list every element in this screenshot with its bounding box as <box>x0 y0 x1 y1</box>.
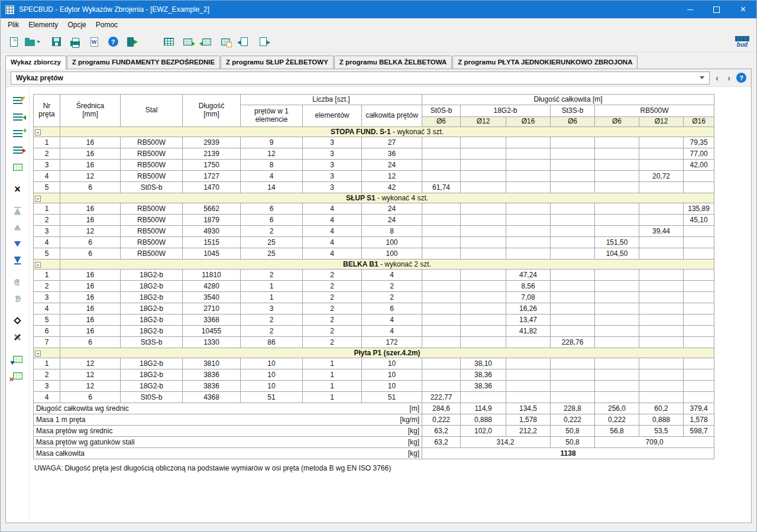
table-cell[interactable]: 228,76 <box>551 337 595 348</box>
export-table-button[interactable] <box>9 352 26 366</box>
table-cell[interactable] <box>461 203 506 215</box>
table-cell[interactable]: 4 <box>34 392 60 403</box>
table-cell[interactable] <box>551 160 595 171</box>
table-cell[interactable]: 2 <box>34 215 60 226</box>
table-cell[interactable]: 3 <box>241 303 303 314</box>
table-cell[interactable] <box>422 381 461 392</box>
table-cell[interactable]: 77,00 <box>684 148 714 160</box>
close-button[interactable] <box>730 1 756 18</box>
table-cell[interactable] <box>595 358 639 369</box>
table-cell[interactable] <box>461 237 506 248</box>
collapse-icon[interactable] <box>35 351 41 356</box>
table-cell[interactable]: 5 <box>34 248 60 259</box>
table-cell[interactable] <box>595 270 639 281</box>
move-bottom-button[interactable] <box>9 254 26 267</box>
table-cell[interactable]: 2 <box>34 281 60 292</box>
table-cell[interactable]: 8 <box>362 226 422 237</box>
table-cell[interactable]: 1 <box>241 281 303 292</box>
add-position-button[interactable] <box>9 127 26 141</box>
table-cell[interactable]: 4 <box>362 326 422 337</box>
table-cell[interactable]: 3 <box>34 226 60 237</box>
table-cell[interactable]: 7 <box>34 337 60 348</box>
table-cell[interactable]: 10 <box>362 358 422 369</box>
table-cell[interactable] <box>506 182 551 193</box>
table-cell[interactable] <box>595 326 639 337</box>
table-cell[interactable] <box>461 148 506 160</box>
edit-position-button[interactable] <box>9 94 26 108</box>
table-cell[interactable]: 4 <box>303 237 362 248</box>
table-cell[interactable] <box>684 226 714 237</box>
table-cell[interactable]: 2 <box>241 326 303 337</box>
table-cell[interactable]: 86 <box>241 337 303 348</box>
table-cell[interactable]: 1 <box>303 358 362 369</box>
table-cell[interactable]: 1 <box>34 358 60 369</box>
table-cell[interactable]: 1 <box>34 270 60 281</box>
table-cell[interactable] <box>506 369 551 381</box>
insert-position-button[interactable] <box>9 111 26 124</box>
table-cell[interactable]: RB500W <box>121 237 183 248</box>
table-cell[interactable]: 4 <box>362 314 422 326</box>
table-cell[interactable] <box>639 148 684 160</box>
table-cell[interactable] <box>422 303 461 314</box>
table-cell[interactable]: 18G2-b <box>121 381 183 392</box>
table-cell[interactable] <box>595 203 639 215</box>
remove-element-button[interactable] <box>198 34 215 50</box>
table-cell[interactable] <box>639 160 684 171</box>
table-cell[interactable]: 4 <box>34 237 60 248</box>
table-cell[interactable]: 4 <box>34 303 60 314</box>
table-cell[interactable]: 2 <box>303 303 362 314</box>
table-cell[interactable] <box>639 326 684 337</box>
table-cell[interactable]: 38,36 <box>461 369 506 381</box>
move-down-button[interactable] <box>9 237 26 251</box>
table-cell[interactable]: 41,82 <box>506 326 551 337</box>
table-cell[interactable] <box>461 160 506 171</box>
table-cell[interactable]: 4930 <box>183 226 241 237</box>
table-cell[interactable] <box>422 314 461 326</box>
table-cell[interactable]: 16 <box>60 203 121 215</box>
table-cell[interactable] <box>551 303 595 314</box>
table-cell[interactable] <box>506 358 551 369</box>
table-cell[interactable] <box>506 203 551 215</box>
table-cell[interactable]: 10 <box>362 381 422 392</box>
table-cell[interactable]: 2 <box>241 314 303 326</box>
table-cell[interactable] <box>595 292 639 303</box>
table-cell[interactable]: 4 <box>303 203 362 215</box>
table-cell[interactable] <box>461 314 506 326</box>
table-cell[interactable] <box>422 281 461 292</box>
table-cell[interactable] <box>422 171 461 182</box>
redo-button[interactable] <box>9 292 26 306</box>
table-cell[interactable]: 1 <box>303 369 362 381</box>
table-cell[interactable]: 25 <box>241 237 303 248</box>
table-cell[interactable] <box>595 392 639 403</box>
table-cell[interactable] <box>684 248 714 259</box>
table-cell[interactable]: 3368 <box>183 314 241 326</box>
table-cell[interactable]: 51 <box>241 392 303 403</box>
table-cell[interactable]: 1750 <box>183 160 241 171</box>
table-cell[interactable]: 6 <box>60 248 121 259</box>
table-cell[interactable] <box>551 326 595 337</box>
table-cell[interactable] <box>461 392 506 403</box>
table-cell[interactable]: 12 <box>60 226 121 237</box>
table-cell[interactable]: 18G2-b <box>121 270 183 281</box>
table-cell[interactable]: 16 <box>60 303 121 314</box>
table-cell[interactable]: 7,08 <box>506 292 551 303</box>
collapse-icon[interactable] <box>35 129 41 135</box>
table-cell[interactable]: RB500W <box>121 137 183 148</box>
table-cell[interactable] <box>595 182 639 193</box>
table-cell[interactable]: 79,35 <box>684 137 714 148</box>
table-cell[interactable] <box>551 381 595 392</box>
table-cell[interactable]: 4 <box>303 226 362 237</box>
table-cell[interactable] <box>422 292 461 303</box>
table-cell[interactable]: 36 <box>362 148 422 160</box>
table-cell[interactable] <box>422 215 461 226</box>
table-cell[interactable] <box>506 237 551 248</box>
table-cell[interactable]: 3 <box>303 160 362 171</box>
table-cell[interactable]: 1727 <box>183 171 241 182</box>
table-cell[interactable] <box>639 292 684 303</box>
table-cell[interactable]: 4 <box>303 248 362 259</box>
table-cell[interactable]: 3 <box>303 148 362 160</box>
tab-z-programu-fundamenty-bezpo-rednie[interactable]: Z programu FUNDAMENTY BEZPOŚREDNIE <box>67 56 220 69</box>
table-cell[interactable] <box>595 337 639 348</box>
menu-item-pomoc[interactable]: Pomoc <box>91 19 122 31</box>
label-button[interactable] <box>9 314 26 327</box>
